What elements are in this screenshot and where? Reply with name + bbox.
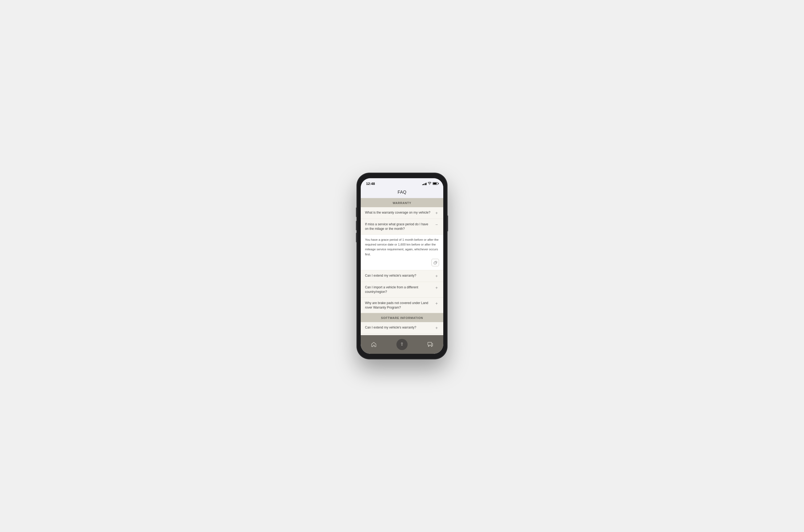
faq-question-s1: Can I extend my vehicle's warranty? — [365, 325, 434, 330]
faq-toggle-s1[interactable]: + — [434, 326, 439, 330]
section-header-warranty: WARRANTY — [361, 198, 443, 207]
faq-toggle-w4[interactable]: + — [434, 285, 439, 290]
chat-nav-button[interactable] — [426, 341, 434, 348]
faq-item-s1[interactable]: Can I extend my vehicle's warranty? + — [361, 322, 443, 334]
svg-rect-0 — [434, 262, 436, 264]
section-header-software: SOFTWARE INFORMATION — [361, 313, 443, 322]
faq-toggle-w3[interactable]: + — [434, 274, 439, 279]
chevron-up-icon: ⇧ — [400, 342, 404, 346]
faq-item-w4[interactable]: Can I import a vehicle from a different … — [361, 282, 443, 298]
battery-icon — [433, 182, 438, 185]
page-title: FAQ — [398, 190, 406, 194]
faq-answer-text-w2: You have a grace period of 1 month befor… — [365, 237, 439, 257]
faq-question-w1: What is the warranty coverage on my vehi… — [365, 210, 434, 215]
phone-shell: 12:48 — [357, 173, 447, 359]
page-title-bar: FAQ — [361, 188, 443, 198]
faq-question-w3: Can I extend my vehicle's warranty? — [365, 273, 434, 278]
status-bar: 12:48 — [361, 178, 443, 188]
home-nav-button[interactable] — [370, 341, 378, 348]
faq-item-w5[interactable]: Why are brake pads not covered under Lan… — [361, 298, 443, 314]
faq-item-w2[interactable]: If miss a service what grace period do I… — [361, 219, 443, 234]
screen: 12:48 — [361, 178, 443, 354]
status-icons — [422, 182, 438, 185]
svg-rect-1 — [427, 342, 432, 345]
scene: 12:48 — [346, 173, 458, 359]
status-time: 12:48 — [366, 182, 375, 186]
faq-toggle-w1[interactable]: + — [434, 211, 439, 215]
faq-toggle-w5[interactable]: + — [434, 301, 439, 306]
faq-item-w3[interactable]: Can I extend my vehicle's warranty? + — [361, 270, 443, 282]
faq-question-w5: Why are brake pads not covered under Lan… — [365, 301, 434, 310]
faq-question-w2: If miss a service what grace period do I… — [365, 222, 434, 231]
wifi-icon — [428, 182, 431, 185]
signal-icon — [422, 182, 427, 185]
faq-share-w2 — [365, 259, 439, 266]
share-icon[interactable] — [432, 259, 439, 266]
faq-content[interactable]: WARRANTY What is the warranty coverage o… — [361, 198, 443, 335]
bottom-nav: ⇧ — [361, 335, 443, 354]
scroll-up-button[interactable]: ⇧ — [397, 339, 407, 350]
faq-item-w1[interactable]: What is the warranty coverage on my vehi… — [361, 207, 443, 219]
section-header-warranty-label: WARRANTY — [393, 201, 411, 205]
faq-toggle-w2[interactable]: − — [434, 222, 439, 227]
faq-question-w4: Can I import a vehicle from a different … — [365, 285, 434, 294]
section-header-software-label: SOFTWARE INFORMATION — [381, 316, 423, 320]
faq-answer-w2: You have a grace period of 1 month befor… — [361, 234, 443, 270]
